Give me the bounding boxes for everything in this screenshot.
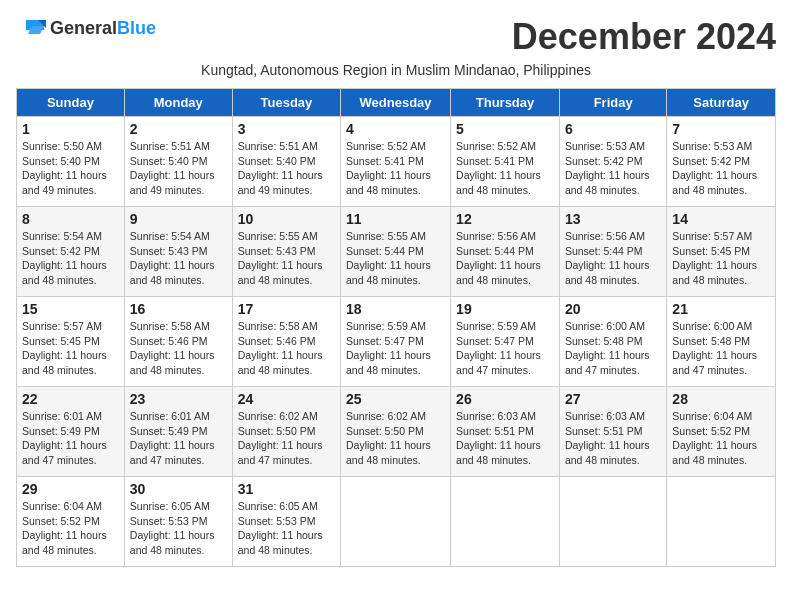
- day-info: Sunrise: 6:03 AM Sunset: 5:51 PM Dayligh…: [456, 409, 554, 468]
- header-monday: Monday: [124, 89, 232, 117]
- calendar-cell: 21 Sunrise: 6:00 AM Sunset: 5:48 PM Dayl…: [667, 297, 776, 387]
- day-info: Sunrise: 5:55 AM Sunset: 5:43 PM Dayligh…: [238, 229, 335, 288]
- calendar-cell: 19 Sunrise: 5:59 AM Sunset: 5:47 PM Dayl…: [451, 297, 560, 387]
- calendar-cell: 31 Sunrise: 6:05 AM Sunset: 5:53 PM Dayl…: [232, 477, 340, 567]
- day-number: 2: [130, 121, 227, 137]
- calendar-cell: 9 Sunrise: 5:54 AM Sunset: 5:43 PM Dayli…: [124, 207, 232, 297]
- calendar-cell: 6 Sunrise: 5:53 AM Sunset: 5:42 PM Dayli…: [559, 117, 666, 207]
- day-number: 30: [130, 481, 227, 497]
- day-number: 23: [130, 391, 227, 407]
- day-info: Sunrise: 6:03 AM Sunset: 5:51 PM Dayligh…: [565, 409, 661, 468]
- day-number: 16: [130, 301, 227, 317]
- day-number: 19: [456, 301, 554, 317]
- day-number: 7: [672, 121, 770, 137]
- day-info: Sunrise: 5:54 AM Sunset: 5:43 PM Dayligh…: [130, 229, 227, 288]
- day-info: Sunrise: 5:53 AM Sunset: 5:42 PM Dayligh…: [672, 139, 770, 198]
- calendar-cell: 16 Sunrise: 5:58 AM Sunset: 5:46 PM Dayl…: [124, 297, 232, 387]
- day-number: 24: [238, 391, 335, 407]
- day-info: Sunrise: 5:56 AM Sunset: 5:44 PM Dayligh…: [456, 229, 554, 288]
- day-number: 26: [456, 391, 554, 407]
- day-number: 31: [238, 481, 335, 497]
- calendar-cell: 1 Sunrise: 5:50 AM Sunset: 5:40 PM Dayli…: [17, 117, 125, 207]
- calendar-cell: 24 Sunrise: 6:02 AM Sunset: 5:50 PM Dayl…: [232, 387, 340, 477]
- day-info: Sunrise: 5:50 AM Sunset: 5:40 PM Dayligh…: [22, 139, 119, 198]
- calendar-cell: 26 Sunrise: 6:03 AM Sunset: 5:51 PM Dayl…: [451, 387, 560, 477]
- calendar-week-5: 29 Sunrise: 6:04 AM Sunset: 5:52 PM Dayl…: [17, 477, 776, 567]
- calendar-cell: [667, 477, 776, 567]
- day-number: 4: [346, 121, 445, 137]
- calendar-cell: 12 Sunrise: 5:56 AM Sunset: 5:44 PM Dayl…: [451, 207, 560, 297]
- header-tuesday: Tuesday: [232, 89, 340, 117]
- day-info: Sunrise: 6:02 AM Sunset: 5:50 PM Dayligh…: [238, 409, 335, 468]
- day-number: 11: [346, 211, 445, 227]
- calendar-cell: 13 Sunrise: 5:56 AM Sunset: 5:44 PM Dayl…: [559, 207, 666, 297]
- location-subtitle: Kungtad, Autonomous Region in Muslim Min…: [16, 62, 776, 78]
- calendar-cell: 15 Sunrise: 5:57 AM Sunset: 5:45 PM Dayl…: [17, 297, 125, 387]
- day-info: Sunrise: 6:04 AM Sunset: 5:52 PM Dayligh…: [22, 499, 119, 558]
- day-info: Sunrise: 6:05 AM Sunset: 5:53 PM Dayligh…: [238, 499, 335, 558]
- day-number: 25: [346, 391, 445, 407]
- calendar-cell: 7 Sunrise: 5:53 AM Sunset: 5:42 PM Dayli…: [667, 117, 776, 207]
- calendar-cell: [451, 477, 560, 567]
- calendar-cell: 23 Sunrise: 6:01 AM Sunset: 5:49 PM Dayl…: [124, 387, 232, 477]
- calendar-cell: 14 Sunrise: 5:57 AM Sunset: 5:45 PM Dayl…: [667, 207, 776, 297]
- calendar-cell: [341, 477, 451, 567]
- day-number: 9: [130, 211, 227, 227]
- day-number: 20: [565, 301, 661, 317]
- day-number: 1: [22, 121, 119, 137]
- day-number: 15: [22, 301, 119, 317]
- day-info: Sunrise: 6:02 AM Sunset: 5:50 PM Dayligh…: [346, 409, 445, 468]
- calendar-table: SundayMondayTuesdayWednesdayThursdayFrid…: [16, 88, 776, 567]
- calendar-cell: 25 Sunrise: 6:02 AM Sunset: 5:50 PM Dayl…: [341, 387, 451, 477]
- logo: General Blue: [16, 16, 156, 40]
- calendar-cell: 22 Sunrise: 6:01 AM Sunset: 5:49 PM Dayl…: [17, 387, 125, 477]
- calendar-cell: 30 Sunrise: 6:05 AM Sunset: 5:53 PM Dayl…: [124, 477, 232, 567]
- day-info: Sunrise: 5:51 AM Sunset: 5:40 PM Dayligh…: [130, 139, 227, 198]
- header-thursday: Thursday: [451, 89, 560, 117]
- day-number: 6: [565, 121, 661, 137]
- day-info: Sunrise: 6:01 AM Sunset: 5:49 PM Dayligh…: [22, 409, 119, 468]
- day-info: Sunrise: 5:52 AM Sunset: 5:41 PM Dayligh…: [346, 139, 445, 198]
- day-number: 28: [672, 391, 770, 407]
- day-info: Sunrise: 5:59 AM Sunset: 5:47 PM Dayligh…: [456, 319, 554, 378]
- day-number: 17: [238, 301, 335, 317]
- day-info: Sunrise: 5:59 AM Sunset: 5:47 PM Dayligh…: [346, 319, 445, 378]
- calendar-cell: 10 Sunrise: 5:55 AM Sunset: 5:43 PM Dayl…: [232, 207, 340, 297]
- calendar-cell: [559, 477, 666, 567]
- header-friday: Friday: [559, 89, 666, 117]
- day-info: Sunrise: 5:54 AM Sunset: 5:42 PM Dayligh…: [22, 229, 119, 288]
- logo-icon: [16, 16, 46, 40]
- day-number: 13: [565, 211, 661, 227]
- day-info: Sunrise: 6:04 AM Sunset: 5:52 PM Dayligh…: [672, 409, 770, 468]
- calendar-cell: 8 Sunrise: 5:54 AM Sunset: 5:42 PM Dayli…: [17, 207, 125, 297]
- day-info: Sunrise: 5:55 AM Sunset: 5:44 PM Dayligh…: [346, 229, 445, 288]
- day-info: Sunrise: 5:53 AM Sunset: 5:42 PM Dayligh…: [565, 139, 661, 198]
- calendar-cell: 2 Sunrise: 5:51 AM Sunset: 5:40 PM Dayli…: [124, 117, 232, 207]
- calendar-cell: 3 Sunrise: 5:51 AM Sunset: 5:40 PM Dayli…: [232, 117, 340, 207]
- logo-general-text: General: [50, 18, 117, 39]
- day-number: 22: [22, 391, 119, 407]
- calendar-header-row: SundayMondayTuesdayWednesdayThursdayFrid…: [17, 89, 776, 117]
- calendar-cell: 20 Sunrise: 6:00 AM Sunset: 5:48 PM Dayl…: [559, 297, 666, 387]
- day-info: Sunrise: 6:05 AM Sunset: 5:53 PM Dayligh…: [130, 499, 227, 558]
- calendar-week-3: 15 Sunrise: 5:57 AM Sunset: 5:45 PM Dayl…: [17, 297, 776, 387]
- day-info: Sunrise: 5:57 AM Sunset: 5:45 PM Dayligh…: [22, 319, 119, 378]
- header-saturday: Saturday: [667, 89, 776, 117]
- day-number: 14: [672, 211, 770, 227]
- calendar-week-2: 8 Sunrise: 5:54 AM Sunset: 5:42 PM Dayli…: [17, 207, 776, 297]
- calendar-body: 1 Sunrise: 5:50 AM Sunset: 5:40 PM Dayli…: [17, 117, 776, 567]
- day-info: Sunrise: 5:57 AM Sunset: 5:45 PM Dayligh…: [672, 229, 770, 288]
- calendar-cell: 17 Sunrise: 5:58 AM Sunset: 5:46 PM Dayl…: [232, 297, 340, 387]
- day-info: Sunrise: 6:01 AM Sunset: 5:49 PM Dayligh…: [130, 409, 227, 468]
- day-number: 18: [346, 301, 445, 317]
- header-sunday: Sunday: [17, 89, 125, 117]
- header-wednesday: Wednesday: [341, 89, 451, 117]
- calendar-week-1: 1 Sunrise: 5:50 AM Sunset: 5:40 PM Dayli…: [17, 117, 776, 207]
- day-number: 8: [22, 211, 119, 227]
- day-info: Sunrise: 5:56 AM Sunset: 5:44 PM Dayligh…: [565, 229, 661, 288]
- day-number: 3: [238, 121, 335, 137]
- day-number: 21: [672, 301, 770, 317]
- calendar-cell: 27 Sunrise: 6:03 AM Sunset: 5:51 PM Dayl…: [559, 387, 666, 477]
- day-info: Sunrise: 5:58 AM Sunset: 5:46 PM Dayligh…: [130, 319, 227, 378]
- day-number: 29: [22, 481, 119, 497]
